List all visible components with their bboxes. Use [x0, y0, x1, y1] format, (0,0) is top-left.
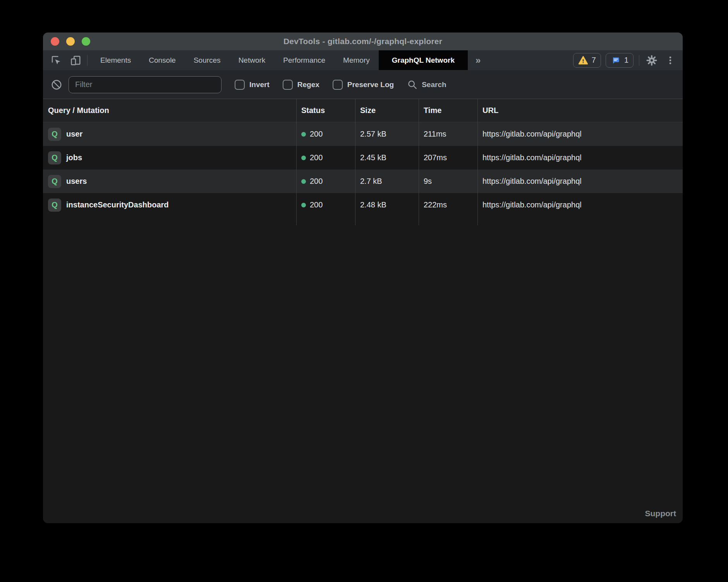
search-button[interactable]: Search [407, 79, 446, 90]
size-value: 2.7 kB [355, 177, 419, 186]
query-name: jobs [66, 153, 82, 162]
block-icon [51, 79, 62, 91]
query-type-badge: Q [48, 199, 61, 212]
status-code: 200 [310, 153, 323, 162]
messages-badge[interactable]: 1 [606, 53, 634, 68]
size-value: 2.48 kB [355, 200, 419, 209]
warning-icon [578, 56, 588, 65]
size-value: 2.45 kB [355, 153, 419, 162]
regex-checkbox-group[interactable]: Regex [283, 80, 319, 90]
gear-icon [646, 55, 658, 66]
minimize-window-button[interactable] [66, 37, 75, 46]
time-value: 207ms [419, 153, 477, 162]
query-type-badge: Q [48, 128, 61, 141]
tab-performance[interactable]: Performance [274, 50, 334, 70]
search-icon [407, 79, 418, 90]
close-window-button[interactable] [51, 37, 59, 46]
table-row[interactable]: Q users 200 2.7 kB 9s https://gitlab.com… [43, 169, 683, 193]
status-ok-dot [301, 156, 306, 160]
message-bubble-icon [611, 56, 621, 65]
preserve-log-checkbox[interactable] [333, 80, 343, 90]
invert-label: Invert [249, 80, 270, 89]
more-options-button[interactable] [663, 53, 677, 67]
status-ok-dot [301, 179, 306, 184]
url-value: https://gitlab.com/api/graphql [477, 200, 683, 209]
col-header-time[interactable]: Time [419, 106, 477, 115]
tab-network[interactable]: Network [230, 50, 275, 70]
device-toolbar-icon [70, 55, 81, 66]
query-name: user [66, 130, 82, 139]
preserve-log-checkbox-group[interactable]: Preserve Log [333, 80, 394, 90]
query-type-badge: Q [48, 151, 61, 164]
tab-elements[interactable]: Elements [91, 50, 140, 70]
time-value: 211ms [419, 130, 477, 139]
size-value: 2.57 kB [355, 130, 419, 139]
settings-button[interactable] [645, 53, 659, 67]
zoom-window-button[interactable] [82, 37, 90, 46]
clear-log-button[interactable] [50, 78, 64, 92]
query-name: users [66, 177, 87, 186]
device-toolbar-button[interactable] [69, 53, 82, 67]
badge-divider [639, 55, 639, 66]
status-code: 200 [310, 177, 323, 186]
col-header-query-mutation[interactable]: Query / Mutation [43, 106, 296, 115]
tab-sources[interactable]: Sources [185, 50, 230, 70]
status-ok-dot [301, 203, 306, 207]
status-code: 200 [310, 130, 323, 139]
invert-checkbox[interactable] [235, 80, 245, 90]
col-header-size[interactable]: Size [355, 106, 419, 115]
time-value: 9s [419, 177, 477, 186]
search-label: Search [422, 80, 446, 89]
warnings-count: 7 [592, 56, 596, 65]
traffic-lights [51, 33, 90, 50]
url-value: https://gitlab.com/api/graphql [477, 177, 683, 186]
devtools-tabbar: Elements Console Sources Network Perform… [43, 50, 683, 70]
panel-tabs: Elements Console Sources Network Perform… [91, 50, 468, 70]
toolbar-divider [87, 55, 88, 66]
tab-memory[interactable]: Memory [334, 50, 379, 70]
url-value: https://gitlab.com/api/graphql [477, 153, 683, 162]
regex-label: Regex [297, 80, 319, 89]
tab-console[interactable]: Console [140, 50, 185, 70]
messages-count: 1 [624, 56, 628, 65]
kebab-menu-icon [665, 55, 675, 65]
query-name: instanceSecurityDashboard [66, 200, 169, 209]
devtools-window: DevTools - gitlab.com/-/graphql-explorer… [43, 33, 683, 523]
window-title: DevTools - gitlab.com/-/graphql-explorer [283, 37, 442, 46]
filter-input[interactable] [69, 76, 221, 93]
status-code: 200 [310, 200, 323, 209]
regex-checkbox[interactable] [283, 80, 293, 90]
inspect-element-button[interactable] [49, 53, 63, 67]
table-header-row: Query / Mutation Status Size Time URL [43, 99, 683, 122]
table-row[interactable]: Q jobs 200 2.45 kB 207ms https://gitlab.… [43, 146, 683, 169]
table-row[interactable]: Q instanceSecurityDashboard 200 2.48 kB … [43, 193, 683, 217]
invert-checkbox-group[interactable]: Invert [235, 80, 270, 90]
col-header-status[interactable]: Status [296, 106, 355, 115]
tab-graphql-network[interactable]: GraphQL Network [379, 50, 468, 70]
url-value: https://gitlab.com/api/graphql [477, 130, 683, 139]
inspect-cursor-icon [50, 55, 62, 66]
titlebar: DevTools - gitlab.com/-/graphql-explorer [43, 33, 683, 50]
col-header-url[interactable]: URL [477, 106, 683, 115]
filter-toolbar: Invert Regex Preserve Log Search [43, 70, 683, 99]
status-ok-dot [301, 132, 306, 137]
more-tabs-button[interactable]: » [468, 50, 488, 70]
preserve-log-label: Preserve Log [347, 80, 394, 89]
table-row[interactable]: Q user 200 2.57 kB 211ms https://gitlab.… [43, 122, 683, 146]
time-value: 222ms [419, 200, 477, 209]
query-type-badge: Q [48, 175, 61, 188]
support-link[interactable]: Support [645, 509, 676, 518]
warnings-badge[interactable]: 7 [573, 53, 601, 68]
graphql-network-panel: Query / Mutation Status Size Time URL Q … [43, 99, 683, 523]
